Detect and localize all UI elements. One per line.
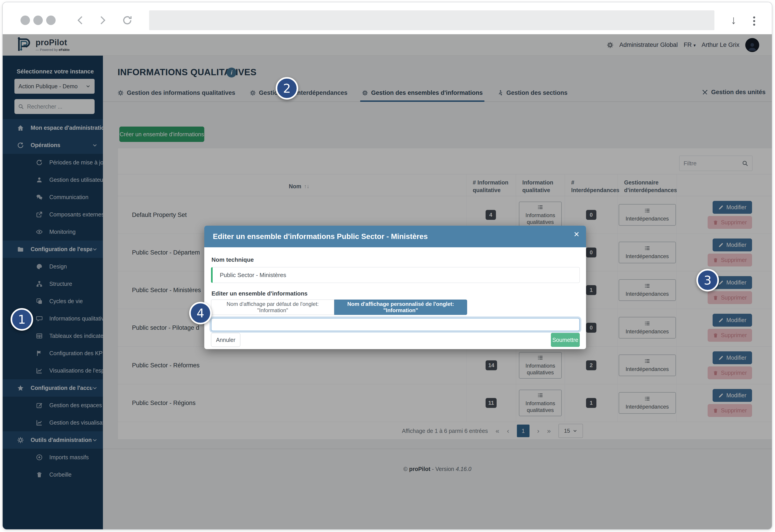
edit-ensemble-label: Editer un ensemble d'informations bbox=[211, 290, 308, 297]
callout-2: 2 bbox=[276, 77, 298, 99]
modal-title: Editer un ensemble d'informations Public… bbox=[213, 232, 428, 241]
custom-display-name-input[interactable] bbox=[211, 318, 580, 331]
technical-name-label: Nom technique bbox=[211, 256, 254, 263]
display-name-toggle-group: Nom d'affichage par défaut de l'onglet: … bbox=[211, 300, 467, 315]
close-icon[interactable]: × bbox=[574, 229, 579, 239]
browser-chrome: ↓ bbox=[3, 2, 772, 34]
download-icon[interactable]: ↓ bbox=[731, 13, 737, 27]
callout-1: 1 bbox=[11, 308, 33, 331]
window-minimize-button[interactable] bbox=[33, 16, 43, 25]
callout-4: 4 bbox=[189, 302, 212, 324]
reload-icon[interactable] bbox=[122, 15, 133, 26]
submit-button[interactable]: Soumettre bbox=[551, 333, 580, 347]
window-close-button[interactable] bbox=[20, 16, 30, 25]
callout-3: 3 bbox=[696, 269, 719, 292]
url-bar[interactable] bbox=[149, 10, 714, 30]
custom-display-name-toggle[interactable]: Nom d'affichage personnalisé de l'onglet… bbox=[334, 300, 467, 315]
browser-window: ↓ proPilot — Powered by eFakto Administr… bbox=[2, 2, 772, 530]
default-display-name-toggle[interactable]: Nom d'affichage par défaut de l'onglet: … bbox=[211, 300, 334, 315]
technical-name-input[interactable]: Public Sector - Ministères bbox=[211, 267, 580, 283]
cancel-button[interactable]: Annuler bbox=[211, 333, 240, 347]
modal-header: Editer un ensemble d'informations Public… bbox=[204, 226, 586, 247]
back-icon[interactable] bbox=[75, 15, 86, 25]
browser-menu-icon[interactable] bbox=[753, 15, 755, 27]
edit-ensemble-modal: Editer un ensemble d'informations Public… bbox=[204, 226, 586, 349]
window-zoom-button[interactable] bbox=[46, 16, 56, 25]
forward-icon[interactable] bbox=[97, 15, 108, 25]
technical-name-value: Public Sector - Ministères bbox=[220, 272, 286, 279]
